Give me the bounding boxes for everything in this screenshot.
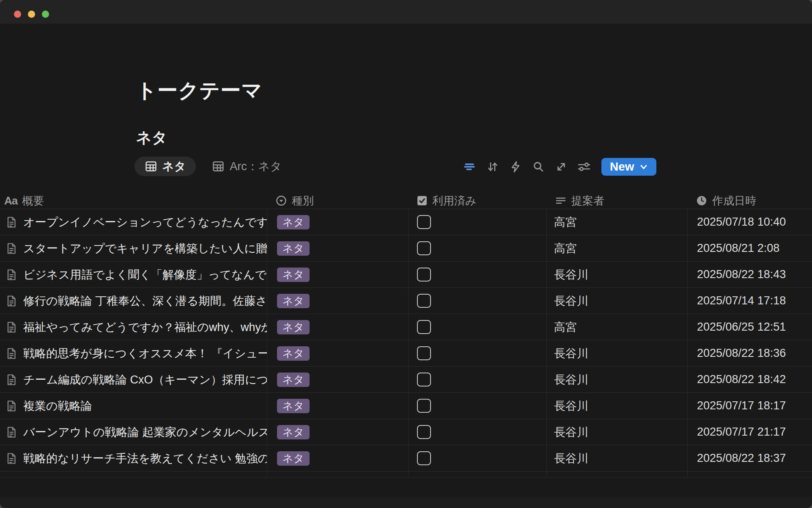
row-created-cell[interactable]: 2025/07/18 10:40	[687, 209, 812, 235]
used-checkbox[interactable]	[417, 215, 431, 229]
row-used-cell[interactable]	[408, 209, 546, 235]
row-type-cell[interactable]: ネタ	[267, 235, 408, 261]
table-row[interactable]: 戦略的なリサーチ手法を教えてください 勉強の戦略論、 ネタ 長谷川 2025/0…	[0, 445, 812, 472]
used-checkbox[interactable]	[417, 425, 431, 439]
column-header-used[interactable]: 利用済み	[408, 193, 546, 209]
table-row[interactable]: チーム編成の戦略論 CxO（キーマン）採用について ネタ 長谷川 2025/08…	[0, 367, 812, 393]
row-type-cell[interactable]: ネタ	[267, 288, 408, 314]
column-header-type[interactable]: 種別	[267, 193, 408, 209]
row-proposer-cell[interactable]: 高宮	[546, 209, 687, 235]
row-type-cell[interactable]: ネタ	[267, 209, 408, 235]
row-used-cell[interactable]	[408, 262, 546, 287]
row-created-cell[interactable]: 2025/08/22 18:36	[687, 340, 812, 366]
row-created-cell[interactable]: 2025/08/21 2:08	[687, 235, 812, 261]
type-tag[interactable]: ネタ	[277, 241, 310, 256]
row-created-cell[interactable]: 2025/06/25 12:51	[687, 314, 812, 340]
used-checkbox[interactable]	[417, 241, 431, 255]
automation-icon[interactable]	[506, 157, 525, 176]
used-checkbox[interactable]	[417, 320, 431, 334]
row-used-cell[interactable]	[408, 445, 546, 471]
type-tag[interactable]: ネタ	[277, 425, 310, 439]
row-created-cell[interactable]: 2025/08/22 18:43	[687, 262, 812, 287]
table-row[interactable]: スタートアップでキャリアを構築したい人に贈る戦略論 ネタ 高宮 2025/08/…	[0, 235, 812, 262]
zoom-window-button[interactable]	[42, 11, 49, 18]
column-header-proposer[interactable]: 提案者	[546, 193, 687, 209]
row-used-cell[interactable]	[408, 419, 546, 445]
row-title-cell[interactable]: 福祉やってみてどうですか？福祉のwhy、whyからみた福	[0, 314, 267, 340]
type-tag[interactable]: ネタ	[277, 346, 310, 361]
row-title-cell[interactable]: ビジネス用語でよく聞く「解像度」ってなんですか？	[0, 262, 267, 287]
row-proposer-cell[interactable]: 長谷川	[546, 393, 687, 419]
row-proposer-cell[interactable]: 長谷川	[546, 419, 687, 445]
table-row[interactable]: オープンイノベーションってどうなったんですか？大企業 ネタ 高宮 2025/07…	[0, 209, 812, 235]
view-settings-icon[interactable]	[574, 157, 594, 176]
filter-icon[interactable]	[460, 157, 480, 176]
row-used-cell[interactable]	[408, 314, 546, 340]
page-icon	[5, 347, 18, 360]
column-header-created-time[interactable]: 作成日時	[687, 193, 812, 209]
row-proposer-cell[interactable]: 長谷川	[546, 340, 687, 366]
row-proposer-cell[interactable]: 長谷川	[546, 445, 687, 471]
row-title-cell[interactable]: 修行の戦略論 丁稚奉公、深く潜る期間。佐藤さんのゆる	[0, 288, 267, 314]
view-tab-arc-neta[interactable]: Arc：ネタ	[202, 157, 292, 176]
type-tag[interactable]: ネタ	[277, 268, 310, 282]
table-row[interactable]: バーンアウトの戦略論 起業家のメンタルヘルス問題 ネタ 長谷川 2025/07/…	[0, 419, 812, 445]
row-type-cell[interactable]: ネタ	[267, 367, 408, 392]
row-created-cell[interactable]: 2025/08/22 18:42	[687, 367, 812, 392]
proposer-name: 長谷川	[554, 293, 588, 309]
type-tag[interactable]: ネタ	[277, 215, 310, 229]
row-title-cell[interactable]: バーンアウトの戦略論 起業家のメンタルヘルス問題	[0, 419, 267, 445]
used-checkbox[interactable]	[417, 399, 431, 413]
used-checkbox[interactable]	[417, 451, 431, 465]
used-checkbox[interactable]	[417, 373, 431, 387]
row-proposer-cell[interactable]: 長谷川	[546, 367, 687, 392]
column-header-overview[interactable]: Aa 概要	[0, 193, 267, 209]
new-button[interactable]: New	[601, 158, 656, 176]
row-type-cell[interactable]: ネタ	[267, 393, 408, 419]
row-proposer-cell[interactable]: 長谷川	[546, 262, 687, 287]
row-proposer-cell[interactable]: 長谷川	[546, 288, 687, 314]
row-title-cell[interactable]: 戦略的思考が身につくオススメ本！ 『イシューから始め	[0, 340, 267, 366]
row-title-cell[interactable]: スタートアップでキャリアを構築したい人に贈る戦略論	[0, 235, 267, 261]
used-checkbox[interactable]	[417, 346, 431, 360]
view-tab-neta[interactable]: ネタ	[134, 157, 196, 176]
row-used-cell[interactable]	[408, 288, 546, 314]
row-used-cell[interactable]	[408, 235, 546, 261]
row-used-cell[interactable]	[408, 393, 546, 419]
table-row[interactable]: 修行の戦略論 丁稚奉公、深く潜る期間。佐藤さんのゆる ネタ 長谷川 2025/0…	[0, 288, 812, 314]
row-created-cell[interactable]: 2025/07/17 18:17	[687, 393, 812, 419]
type-tag[interactable]: ネタ	[277, 399, 310, 413]
type-tag[interactable]: ネタ	[277, 451, 310, 466]
row-created-cell[interactable]: 2025/07/14 17:18	[687, 288, 812, 314]
row-title-cell[interactable]: チーム編成の戦略論 CxO（キーマン）採用について	[0, 367, 267, 392]
row-used-cell[interactable]	[408, 367, 546, 392]
row-created-cell[interactable]: 2025/07/17 21:17	[687, 419, 812, 445]
row-type-cell[interactable]: ネタ	[267, 419, 408, 445]
used-checkbox[interactable]	[417, 294, 431, 308]
search-icon[interactable]	[529, 157, 548, 176]
chevron-down-icon[interactable]	[639, 162, 649, 172]
row-type-cell[interactable]: ネタ	[267, 340, 408, 366]
type-tag[interactable]: ネタ	[277, 294, 310, 308]
row-created-cell[interactable]: 2025/08/22 18:37	[687, 445, 812, 471]
expand-icon[interactable]	[551, 157, 571, 176]
table-row[interactable]: 複業の戦略論 ネタ 長谷川 2025/07/17 18:17	[0, 393, 812, 419]
sort-icon[interactable]	[483, 157, 502, 176]
row-used-cell[interactable]	[408, 340, 546, 366]
table-row[interactable]: 戦略的思考が身につくオススメ本！ 『イシューから始め ネタ 長谷川 2025/0…	[0, 340, 812, 367]
used-checkbox[interactable]	[417, 268, 431, 282]
row-proposer-cell[interactable]: 高宮	[546, 235, 687, 261]
table-row[interactable]: ビジネス用語でよく聞く「解像度」ってなんですか？ ネタ 長谷川 2025/08/…	[0, 262, 812, 288]
close-window-button[interactable]	[14, 11, 21, 18]
minimize-window-button[interactable]	[28, 11, 35, 18]
row-type-cell[interactable]: ネタ	[267, 445, 408, 471]
type-tag[interactable]: ネタ	[277, 320, 310, 334]
row-title-cell[interactable]: 戦略的なリサーチ手法を教えてください 勉強の戦略論、	[0, 445, 267, 471]
row-type-cell[interactable]: ネタ	[267, 262, 408, 287]
table-row[interactable]: 福祉やってみてどうですか？福祉のwhy、whyからみた福 ネタ 高宮 2025/…	[0, 314, 812, 340]
row-type-cell[interactable]: ネタ	[267, 314, 408, 340]
row-title-cell[interactable]: 複業の戦略論	[0, 393, 267, 419]
type-tag[interactable]: ネタ	[277, 373, 310, 387]
row-proposer-cell[interactable]: 高宮	[546, 314, 687, 340]
row-title-cell[interactable]: オープンイノベーションってどうなったんですか？大企業	[0, 209, 267, 235]
